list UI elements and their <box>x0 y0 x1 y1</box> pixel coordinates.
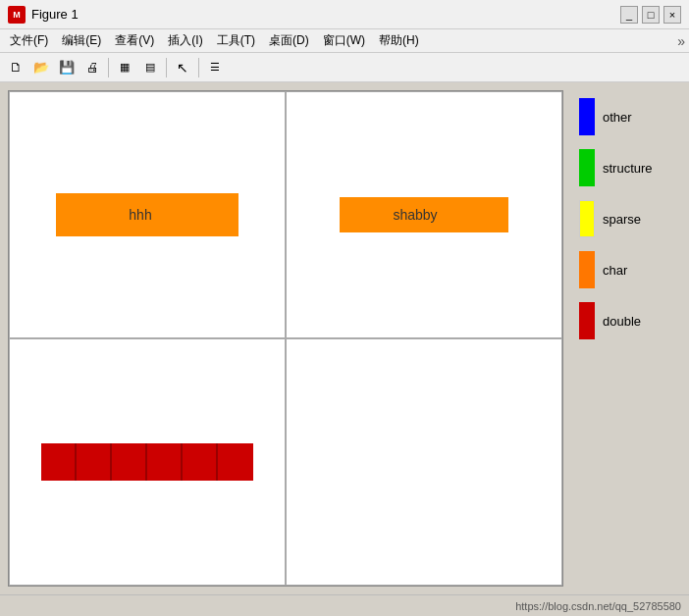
shabby-left-block <box>340 197 371 232</box>
toolbar-separator-2 <box>166 58 167 77</box>
red-box-1 <box>41 443 77 481</box>
main-area: hhh shabby <box>0 82 689 594</box>
toolbar-new-button[interactable]: 🗋 <box>4 57 27 78</box>
toolbar-options-button[interactable]: ☰ <box>203 57 227 78</box>
shabby-middle-block: shabby <box>371 197 459 232</box>
hhh-left-block <box>56 193 101 236</box>
red-box-4 <box>147 443 183 481</box>
menu-overflow-icon: » <box>677 33 685 49</box>
toolbar: 🗋 📂 💾 🖨 ▦ ▤ ↖ ☰ <box>0 53 689 82</box>
quadrant-bottom-left <box>9 338 286 586</box>
legend-color-double <box>579 302 595 339</box>
quadrant-top-left: hhh <box>9 91 286 338</box>
legend-color-structure <box>579 149 595 186</box>
legend-label-other: other <box>603 110 632 125</box>
legend-label-sparse: sparse <box>603 212 641 227</box>
toolbar-open-button[interactable]: 📂 <box>29 57 53 78</box>
toolbar-separator-3 <box>198 58 199 77</box>
title-controls: _ □ × <box>620 6 681 24</box>
status-url: https://blog.csdn.net/qq_52785580 <box>515 600 681 612</box>
menu-help[interactable]: 帮助(H) <box>373 30 425 51</box>
hhh-group: hhh <box>56 193 238 236</box>
red-box-5 <box>183 443 218 481</box>
toolbar-cursor-button[interactable]: ↖ <box>171 57 194 78</box>
toolbar-separator-1 <box>108 58 109 77</box>
red-box-2 <box>77 443 112 481</box>
toolbar-save-button[interactable]: 💾 <box>55 57 79 78</box>
hhh-label: hhh <box>129 207 151 223</box>
red-box-3 <box>112 443 147 481</box>
hhh-middle-block: hhh <box>101 193 180 236</box>
legend-color-sparse <box>579 200 595 237</box>
red-boxes-group <box>41 443 253 481</box>
status-bar: https://blog.csdn.net/qq_52785580 <box>0 594 689 616</box>
menu-view[interactable]: 查看(V) <box>109 30 160 51</box>
figure-canvas: hhh shabby <box>8 90 563 587</box>
legend-color-char <box>579 251 595 288</box>
legend-item-char: char <box>579 251 673 288</box>
legend-label-char: char <box>603 263 627 278</box>
shabby-group: shabby <box>340 197 508 232</box>
title-bar: M Figure 1 _ □ × <box>0 0 689 29</box>
menu-tools[interactable]: 工具(T) <box>211 30 261 51</box>
toolbar-copy-button[interactable]: ▦ <box>113 57 136 78</box>
matlab-icon: M <box>8 6 26 24</box>
toolbar-grid-button[interactable]: ▤ <box>138 57 162 78</box>
title-left: M Figure 1 <box>8 6 79 24</box>
legend-item-other: other <box>579 98 673 135</box>
quadrant-top-right: shabby <box>286 91 562 338</box>
red-box-6 <box>218 443 253 481</box>
legend-item-sparse: sparse <box>579 200 673 237</box>
shabby-right-block <box>459 197 508 232</box>
legend-color-other <box>579 98 595 135</box>
legend-item-double: double <box>579 302 673 339</box>
menu-insert[interactable]: 插入(I) <box>162 30 208 51</box>
hhh-right-block <box>180 193 238 236</box>
close-button[interactable]: × <box>663 6 681 24</box>
toolbar-print-button[interactable]: 🖨 <box>80 57 104 78</box>
menu-window[interactable]: 窗口(W) <box>317 30 371 51</box>
menu-file[interactable]: 文件(F) <box>4 30 54 51</box>
legend-item-structure: structure <box>579 149 673 186</box>
window-title: Figure 1 <box>31 7 79 22</box>
shabby-label: shabby <box>393 207 437 223</box>
quadrant-bottom-right <box>286 338 562 586</box>
legend: other structure sparse char double <box>563 90 681 587</box>
minimize-button[interactable]: _ <box>620 6 638 24</box>
menu-bar: 文件(F) 编辑(E) 查看(V) 插入(I) 工具(T) 桌面(D) 窗口(W… <box>0 29 689 53</box>
legend-label-double: double <box>603 314 641 329</box>
menu-edit[interactable]: 编辑(E) <box>56 30 107 51</box>
menu-desktop[interactable]: 桌面(D) <box>263 30 315 51</box>
legend-label-structure: structure <box>603 161 653 176</box>
maximize-button[interactable]: □ <box>642 6 660 24</box>
